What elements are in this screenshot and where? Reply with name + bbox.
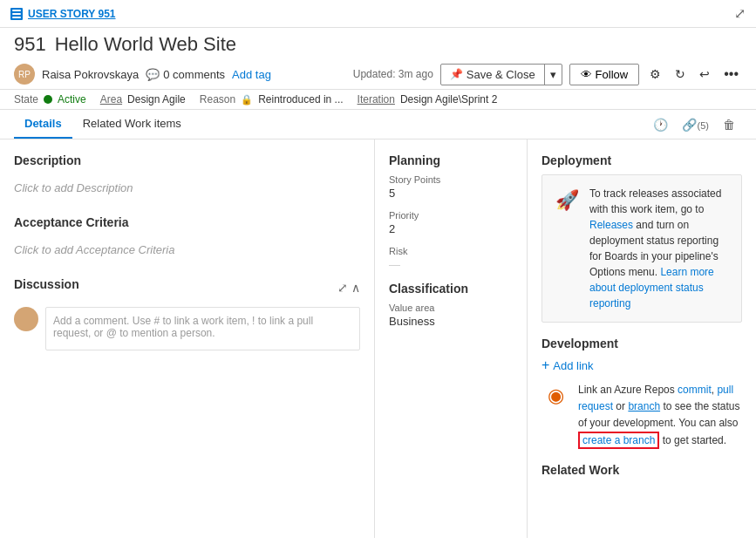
comment-count: 0 comments [163,68,225,81]
releases-link[interactable]: Releases [589,219,633,231]
comment-area: Add a comment. Use # to link a work item… [14,307,360,350]
discussion-header: Discussion ⤢ ∧ [14,277,360,298]
deployment-box: 🚀 To track releases associated with this… [541,174,742,323]
planning-title: Planning [389,153,513,167]
follow-label: Follow [596,68,629,81]
area-value[interactable]: Design Agile [127,93,186,105]
comment-icon: 💬 [146,68,160,81]
add-link-plus-icon: + [541,357,549,373]
save-close-main[interactable]: 📌 Save & Close [441,65,545,85]
branch-link[interactable]: branch [628,400,660,412]
related-work-title: Related Work [541,463,742,477]
work-item-title[interactable]: Hello World Web Site [55,33,236,56]
area-item: Area Design Agile [100,93,186,105]
state-label: State [14,93,38,105]
more-button[interactable]: ••• [720,63,742,85]
create-branch-link[interactable]: create a branch [582,434,655,446]
dev-git-icon: ◉ [541,382,569,410]
author-name: Raisa Pokrovskaya [42,68,139,81]
breadcrumb[interactable]: USER STORY 951 [10,8,734,20]
add-tag-button[interactable]: Add tag [232,68,271,81]
story-points-label: Story Points [389,174,513,185]
description-title: Description [14,153,360,167]
updated-time: Updated: 3m ago [353,68,433,80]
value-area-value[interactable]: Business [389,315,513,328]
tab-details[interactable]: Details [14,110,72,139]
save-close-button[interactable]: 📌 Save & Close ▾ [440,64,562,85]
reason-label: Reason [200,93,235,105]
user-story-icon [10,8,23,20]
dev-text: Link an Azure Repos commit, pull request… [578,382,742,449]
eye-icon: 👁 [581,68,592,81]
story-points-value[interactable]: 5 [389,187,513,200]
toolbar: RP Raisa Pokrovskaya 💬 0 comments Add ta… [0,59,756,90]
value-area-label: Value area [389,303,513,313]
middle-panel: Planning Story Points 5 Priority 2 Risk … [375,139,528,538]
acceptance-title: Acceptance Criteria [14,215,360,229]
comment-input[interactable]: Add a comment. Use # to link a work item… [45,307,360,350]
expand-button[interactable]: ⤢ [734,5,746,22]
iteration-label: Iteration [358,93,395,105]
work-item-id: 951 [14,33,46,56]
add-link-label: Add link [553,359,593,372]
iteration-item: Iteration Design Agile\Sprint 2 [358,93,498,105]
comment-avatar [14,307,38,331]
follow-button[interactable]: 👁 Follow [569,64,640,85]
discussion-icons: ⤢ ∧ [337,281,360,295]
reason-value[interactable]: Reintroduced in ... [258,93,343,105]
iteration-value[interactable]: Design Agile\Sprint 2 [400,93,497,105]
risk-value[interactable]: — [389,258,513,271]
comments-button[interactable]: 💬 0 comments [146,68,225,81]
save-pin-icon: 📌 [450,68,463,80]
deployment-text: To track releases associated with this w… [589,186,731,311]
gear-button[interactable]: ⚙ [646,64,664,85]
add-link-button[interactable]: + Add link [541,357,594,373]
state-item: State Active [14,93,86,105]
commit-link[interactable]: commit [678,384,712,396]
tab-related-work-items[interactable]: Related Work items [72,110,192,139]
right-panel: Deployment 🚀 To track releases associate… [528,139,756,538]
links-count: (5) [698,120,709,131]
classification-title: Classification [389,282,513,296]
priority-value[interactable]: 2 [389,222,513,235]
history-button[interactable]: 🕐 [646,112,675,137]
development-title: Development [541,337,742,350]
discussion-collapse-button[interactable]: ∧ [351,281,360,295]
save-close-label: Save & Close [467,68,535,81]
dev-info-box: ◉ Link an Azure Repos commit, pull reque… [541,382,742,449]
lock-icon: 🔒 [241,94,253,105]
discussion-expand-button[interactable]: ⤢ [337,281,348,295]
links-button[interactable]: 🔗(5) [675,112,716,137]
state-value[interactable]: Active [58,93,86,105]
deployment-title: Deployment [541,153,742,167]
reason-item: Reason 🔒 Reintroduced in ... [200,93,344,105]
title-bar: 951 Hello World Web Site [0,28,756,59]
dev-text-1: Link an Azure Repos [578,384,678,396]
comment-placeholder: Add a comment. Use # to link a work item… [53,315,313,339]
save-close-dropdown[interactable]: ▾ [545,65,562,85]
risk-label: Risk [389,246,513,256]
dev-text-5: to get started. [659,434,726,446]
deployment-icon: 🚀 [553,186,581,214]
undo-button[interactable]: ↩ [696,64,713,85]
refresh-button[interactable]: ↻ [671,64,689,85]
description-placeholder[interactable]: Click to add Description [14,174,360,201]
state-dot [44,95,52,104]
area-label: Area [100,93,122,105]
author-avatar: RP [14,64,35,85]
dev-text-3: or [613,400,628,412]
priority-label: Priority [389,210,513,221]
deployment-text-1: To track releases associated with this w… [589,187,721,215]
breadcrumb-label: USER STORY 951 [28,8,116,20]
meta-bar: State Active Area Design Agile Reason 🔒 … [0,90,756,110]
tabs: Details Related Work items 🕐 🔗(5) 🗑 [0,110,756,139]
delete-button[interactable]: 🗑 [716,112,742,137]
acceptance-placeholder[interactable]: Click to add Acceptance Criteria [14,236,360,263]
main-content: Description Click to add Description Acc… [0,139,756,538]
left-panel: Description Click to add Description Acc… [0,139,375,538]
discussion-title: Discussion [14,277,79,291]
